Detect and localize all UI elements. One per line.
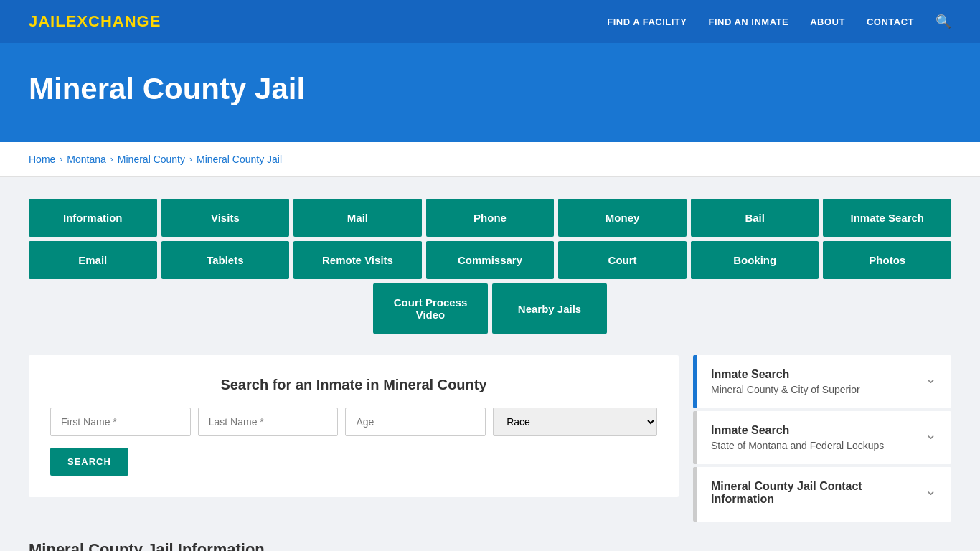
sidebar-card-title-3: Mineral County Jail Contact Information: [711, 480, 918, 506]
age-input[interactable]: [345, 408, 486, 436]
btn-tablets[interactable]: Tablets: [161, 241, 290, 279]
bottom-section: Mineral County Jail Information: [29, 497, 679, 551]
btn-court-process-video[interactable]: Court Process Video: [373, 283, 488, 334]
sidebar-card-text-2: Inmate Search State of Montana and Feder…: [711, 424, 884, 451]
logo[interactable]: JAILEXCHANGE: [29, 12, 161, 31]
nav-contact[interactable]: CONTACT: [867, 17, 914, 27]
first-name-input[interactable]: [50, 408, 191, 436]
search-fields: Race White Black Hispanic Asian Other: [50, 408, 657, 436]
btn-remote-visits[interactable]: Remote Visits: [293, 241, 422, 279]
nav-buttons-grid: Information Visits Mail Phone Money Bail…: [29, 199, 951, 334]
search-panel: Search for an Inmate in Mineral County R…: [29, 355, 679, 497]
section-heading: Mineral County Jail Information: [29, 533, 679, 551]
sidebar-card-title-2: Inmate Search: [711, 424, 884, 437]
chevron-down-icon-3: ⌄: [925, 481, 937, 499]
nav-find-inmate[interactable]: FIND AN INMATE: [708, 17, 788, 27]
nav-row-2: Email Tablets Remote Visits Commissary C…: [29, 241, 951, 279]
btn-mail[interactable]: Mail: [293, 199, 422, 237]
btn-information[interactable]: Information: [29, 199, 157, 237]
left-panel: Search for an Inmate in Mineral County R…: [29, 355, 679, 551]
btn-photos[interactable]: Photos: [823, 241, 951, 279]
main-content: Information Visits Mail Phone Money Bail…: [0, 177, 980, 551]
breadcrumb-sep-1: ›: [60, 154, 62, 164]
sidebar-card-header-2[interactable]: Inmate Search State of Montana and Feder…: [697, 411, 951, 464]
btn-commissary[interactable]: Commissary: [426, 241, 555, 279]
race-select[interactable]: Race White Black Hispanic Asian Other: [493, 408, 657, 436]
btn-phone[interactable]: Phone: [426, 199, 555, 237]
breadcrumb-mineral-county-jail[interactable]: Mineral County Jail: [197, 154, 282, 165]
breadcrumb-mineral-county[interactable]: Mineral County: [118, 154, 185, 165]
btn-court[interactable]: Court: [558, 241, 687, 279]
main-nav: FIND A FACILITY FIND AN INMATE ABOUT CON…: [607, 14, 951, 29]
sidebar-card-1[interactable]: Inmate Search Mineral County & City of S…: [693, 355, 951, 408]
nav-find-facility[interactable]: FIND A FACILITY: [607, 17, 687, 27]
logo-jail: JAIL: [29, 12, 66, 30]
sidebar-card-text-3: Mineral County Jail Contact Information: [711, 480, 918, 509]
btn-visits[interactable]: Visits: [161, 199, 290, 237]
hero-section: Mineral County Jail: [0, 43, 980, 142]
breadcrumb-sep-2: ›: [110, 154, 113, 164]
btn-inmate-search[interactable]: Inmate Search: [823, 199, 951, 237]
sidebar-card-title-1: Inmate Search: [711, 368, 860, 381]
search-heading: Search for an Inmate in Mineral County: [50, 377, 657, 393]
sidebar: Inmate Search Mineral County & City of S…: [693, 355, 951, 551]
btn-bail[interactable]: Bail: [691, 199, 819, 237]
sidebar-card-3[interactable]: Mineral County Jail Contact Information …: [693, 467, 951, 522]
btn-booking[interactable]: Booking: [691, 241, 819, 279]
logo-exchange: EXCHANGE: [66, 12, 161, 30]
nav-row-1: Information Visits Mail Phone Money Bail…: [29, 199, 951, 237]
breadcrumb: Home › Montana › Mineral County › Minera…: [0, 142, 980, 177]
chevron-down-icon-2: ⌄: [925, 425, 937, 443]
breadcrumb-montana[interactable]: Montana: [67, 154, 105, 165]
sidebar-card-header-1[interactable]: Inmate Search Mineral County & City of S…: [697, 355, 951, 408]
btn-money[interactable]: Money: [558, 199, 687, 237]
content-layout: Search for an Inmate in Mineral County R…: [29, 355, 951, 551]
sidebar-card-header-3[interactable]: Mineral County Jail Contact Information …: [697, 467, 951, 522]
last-name-input[interactable]: [198, 408, 339, 436]
search-icon[interactable]: 🔍: [936, 14, 951, 29]
header: JAILEXCHANGE FIND A FACILITY FIND AN INM…: [0, 0, 980, 43]
breadcrumb-sep-3: ›: [189, 154, 192, 164]
sidebar-card-2[interactable]: Inmate Search State of Montana and Feder…: [693, 411, 951, 464]
nav-row-3: Court Process Video Nearby Jails: [29, 283, 951, 334]
sidebar-card-subtitle-1: Mineral County & City of Superior: [711, 384, 860, 395]
sidebar-card-subtitle-2: State of Montana and Federal Lockups: [711, 440, 884, 451]
sidebar-card-text-1: Inmate Search Mineral County & City of S…: [711, 368, 860, 395]
btn-nearby-jails[interactable]: Nearby Jails: [492, 283, 607, 334]
btn-email[interactable]: Email: [29, 241, 157, 279]
page-title: Mineral County Jail: [29, 72, 951, 106]
nav-about[interactable]: ABOUT: [810, 17, 845, 27]
chevron-down-icon-1: ⌄: [925, 369, 937, 387]
search-button[interactable]: SEARCH: [50, 448, 128, 476]
breadcrumb-home[interactable]: Home: [29, 154, 55, 165]
